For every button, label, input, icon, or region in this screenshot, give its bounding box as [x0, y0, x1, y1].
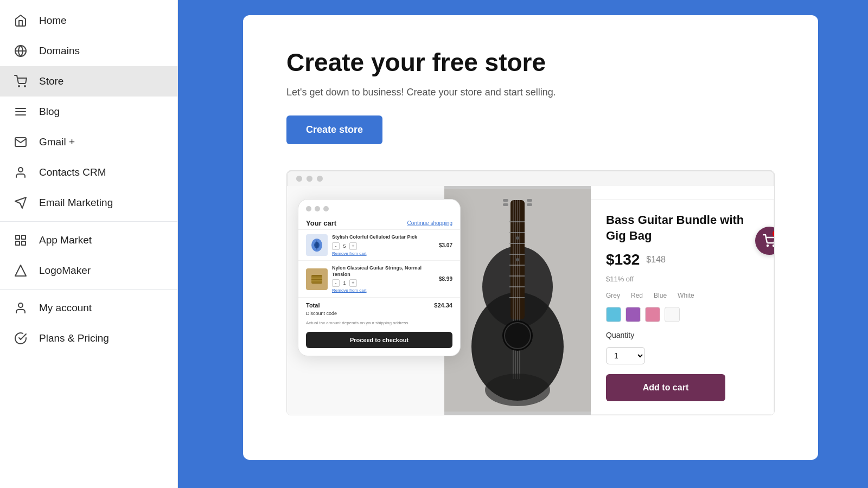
guitar-image [444, 189, 591, 412]
globe-icon [13, 44, 28, 57]
svg-rect-39 [503, 203, 508, 206]
sidebar-divider-2 [0, 289, 177, 290]
sidebar-item-label: Store [39, 75, 63, 87]
color-label-blue: Blue [654, 292, 667, 299]
cart-header: Your cart Continue shopping [298, 216, 460, 230]
sidebar-item-label: LogoMaker [39, 265, 91, 277]
continue-shopping[interactable]: Continue shopping [407, 220, 452, 226]
cart-item-qty-row-1: - 5 + [332, 242, 435, 250]
cart-total-row: Total $24.34 [298, 298, 460, 311]
sidebar-item-gmail[interactable]: Gmail + [0, 127, 177, 157]
color-label-grey: Grey [606, 292, 620, 299]
sidebar-item-my-account[interactable]: My account [0, 293, 177, 323]
mail-icon [13, 136, 28, 149]
sidebar-item-domains[interactable]: Domains [0, 36, 177, 66]
product-price-row: $132 $148 [606, 251, 761, 268]
cart-tax-note: Actual tax amount depends on your shippi… [298, 320, 460, 330]
cart-total-label: Total [306, 302, 320, 309]
svg-point-44 [516, 236, 519, 240]
quantity-select[interactable]: 1 2 3 [606, 347, 645, 364]
cart-item-image-1 [306, 234, 328, 256]
browser-dot-1 [296, 176, 302, 182]
add-to-cart-button[interactable]: Add to cart [606, 374, 725, 401]
sidebar-item-label: Domains [39, 45, 80, 57]
sidebar-divider [0, 221, 177, 222]
sidebar: Home Domains Store Blog Gmail + Contacts… [0, 0, 178, 488]
svg-rect-38 [503, 199, 508, 202]
qty-increase-2[interactable]: + [349, 279, 357, 287]
mockup-topbar [298, 200, 460, 216]
svg-point-14 [18, 303, 23, 307]
blog-icon [13, 105, 28, 118]
main-content: Create your free store Let's get down to… [193, 0, 868, 488]
store-icon [13, 75, 28, 88]
svg-rect-10 [22, 235, 25, 239]
sidebar-item-label: Gmail + [39, 136, 75, 148]
product-details-panel: Bass Guitar Bundle with Gig Bag $132 $14… [591, 199, 774, 415]
cart-total-value: $24.34 [434, 302, 452, 309]
color-swatch-white[interactable] [665, 307, 680, 322]
svg-marker-13 [15, 265, 26, 276]
sidebar-item-label: Blog [39, 106, 60, 118]
cart-item-name-2: Nylon Classical Guitar Strings, Normal T… [332, 265, 435, 278]
sidebar-item-store[interactable]: Store [0, 66, 177, 97]
sidebar-item-label: My account [39, 302, 92, 314]
svg-point-46 [485, 374, 550, 406]
svg-rect-12 [22, 241, 25, 245]
checkout-button[interactable]: Proceed to checkout [306, 332, 452, 348]
color-label-white: White [678, 292, 694, 299]
sidebar-item-home[interactable]: Home [0, 5, 177, 36]
svg-rect-41 [527, 203, 532, 206]
qty-value-1: 5 [342, 243, 347, 249]
email-marketing-icon [13, 196, 28, 209]
svg-point-7 [18, 168, 23, 172]
home-icon [13, 14, 28, 27]
qty-decrease-2[interactable]: - [332, 279, 340, 287]
sidebar-item-label: Home [39, 15, 67, 27]
cart-item-image-2 [306, 268, 328, 290]
product-price-old: $148 [646, 255, 666, 265]
svg-point-2 [18, 86, 20, 87]
qty-decrease-1[interactable]: - [332, 242, 340, 250]
svg-rect-11 [16, 241, 20, 245]
app-market-icon [13, 234, 28, 247]
contacts-icon [13, 166, 28, 179]
svg-point-43 [505, 323, 531, 349]
sidebar-item-plans-pricing[interactable]: Plans & Pricing [0, 323, 177, 354]
remove-item-1[interactable]: Remove from cart [332, 251, 435, 256]
color-swatch-blue[interactable] [606, 307, 621, 322]
color-swatch-purple[interactable] [626, 307, 641, 322]
cart-item-details-1: Stylish Colorful Celluloid Guitar Pick -… [332, 234, 435, 256]
cart-item-2: Nylon Classical Guitar Strings, Normal T… [298, 261, 460, 298]
sidebar-item-logomaker[interactable]: LogoMaker [0, 255, 177, 286]
color-labels: Grey Red Blue White [606, 292, 761, 299]
cart-item-name-1: Stylish Colorful Celluloid Guitar Pick [332, 234, 435, 241]
page-title: Create your free store [286, 48, 775, 77]
remove-item-2[interactable]: Remove from cart [332, 288, 435, 293]
cart-item-price-1: $3.07 [439, 242, 452, 248]
color-swatch-pink[interactable] [645, 307, 660, 322]
create-store-button[interactable]: Create store [286, 115, 382, 144]
plans-icon [13, 332, 28, 345]
content-card: Create your free store Let's get down to… [243, 15, 818, 460]
product-price-new: $132 [606, 251, 640, 268]
cart-item-qty-row-2: - 1 + [332, 279, 435, 287]
cart-title: Your cart [306, 219, 336, 227]
sidebar-item-app-market[interactable]: App Market [0, 225, 177, 255]
product-discount: $11% off [606, 275, 761, 283]
quantity-label: Quantity [606, 331, 761, 339]
logomaker-icon [13, 264, 28, 277]
qty-increase-1[interactable]: + [349, 242, 357, 250]
color-label-red: Red [631, 292, 643, 299]
sidebar-item-label: Plans & Pricing [39, 332, 109, 344]
sidebar-item-label: Contacts CRM [39, 166, 106, 178]
cart-discount[interactable]: Discount code [298, 311, 460, 320]
sidebar-item-contacts[interactable]: Contacts CRM [0, 157, 177, 188]
sidebar-item-blog[interactable]: Blog [0, 97, 177, 127]
sidebar-item-email-marketing[interactable]: Email Marketing [0, 188, 177, 218]
color-swatches [606, 307, 761, 322]
cart-item-details-2: Nylon Classical Guitar Strings, Normal T… [332, 265, 435, 293]
qty-value-2: 1 [342, 280, 347, 286]
cart-item-1: Stylish Colorful Celluloid Guitar Pick -… [298, 230, 460, 261]
browser-dot-2 [307, 176, 312, 182]
